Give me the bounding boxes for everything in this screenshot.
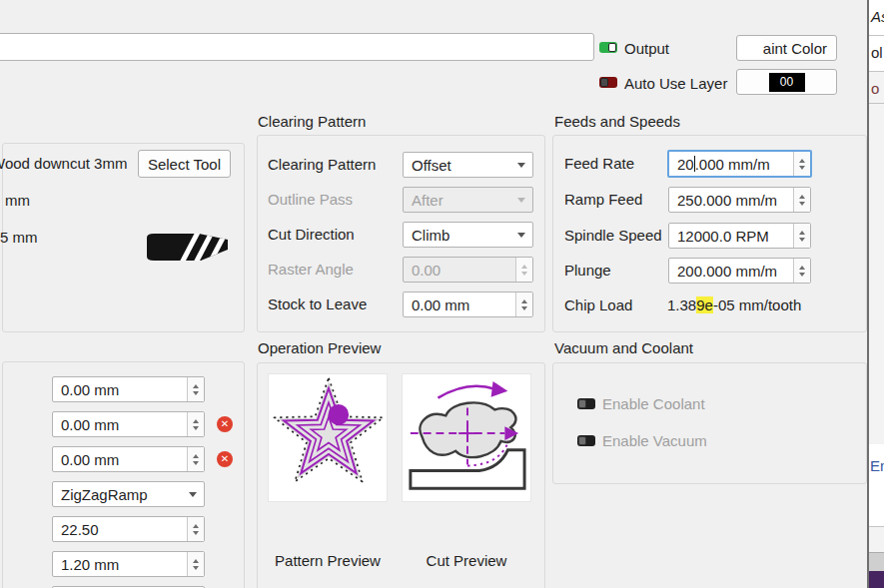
spinner-down-icon — [799, 202, 805, 206]
layer-swatch: 00 — [769, 73, 805, 92]
spindle-speed-spinner[interactable]: 12000.0 RPM — [668, 223, 811, 249]
output-toggle[interactable] — [599, 42, 617, 53]
spinner-value: 0.00 mm — [404, 293, 515, 316]
dropdown-value: ZigZagRamp — [53, 482, 182, 506]
plunge-spinner[interactable]: 200.000 mm/m — [668, 258, 811, 284]
spinner-down-icon — [193, 391, 199, 395]
chevron-down-icon — [510, 223, 532, 247]
tool-detail-length: 5 mm — [0, 229, 38, 246]
enable-vacuum-toggle[interactable] — [577, 435, 595, 446]
star-pattern-icon — [269, 374, 387, 501]
enable-coolant-toggle[interactable] — [577, 398, 595, 409]
cut-preview-icon — [403, 374, 530, 501]
cut-direction-dropdown[interactable]: Climb — [403, 222, 533, 248]
cut-preview-label: Cut Preview — [402, 552, 531, 569]
vacuum-groupbox — [552, 362, 867, 484]
spinner-down-icon — [193, 531, 199, 535]
output-label: Output — [624, 40, 669, 57]
cut-direction-label: Cut Direction — [268, 226, 355, 243]
spinner-up-icon — [799, 266, 805, 270]
right-panel-bar — [869, 552, 884, 571]
feed-rate-spinner[interactable]: 20.000 mm/m — [667, 150, 812, 178]
clearing-pattern-header: Clearing Pattern — [258, 113, 366, 130]
vacuum-coolant-header: Vacuum and Coolant — [554, 339, 693, 356]
ramp-depth-spinner[interactable]: 1.20 mm — [52, 551, 205, 577]
spinner-value: 0.00 mm — [53, 412, 187, 436]
spinner-buttons[interactable] — [187, 517, 204, 541]
spinner-down-icon — [799, 273, 805, 277]
divider-line — [869, 103, 884, 104]
cut-preview-image — [402, 373, 531, 502]
operation-preview-header: Operation Preview — [258, 339, 381, 356]
paint-color-button[interactable]: Paint Color — [736, 35, 837, 61]
spinner-buttons[interactable] — [187, 377, 204, 401]
feed-rate-label: Feed Rate — [564, 155, 634, 172]
auto-use-layer-toggle[interactable] — [599, 77, 617, 88]
spinner-buttons[interactable] — [793, 259, 810, 283]
depth-field-3[interactable]: 0.00 mm — [52, 446, 205, 472]
chip-load-label: Chip Load — [564, 296, 632, 313]
tool-name: Wood downcut 3mm — [0, 155, 127, 172]
chevron-down-icon — [510, 153, 532, 177]
spinner-value: 200.000 mm/m — [669, 259, 793, 283]
clearing-pattern-dropdown[interactable]: Offset — [403, 152, 533, 178]
spinner-up-icon — [521, 299, 527, 303]
select-tool-button[interactable]: Select Tool — [138, 150, 231, 178]
depth-field-1[interactable]: 0.00 mm — [52, 376, 205, 402]
enable-coolant-label: Enable Coolant — [602, 395, 705, 412]
spinner-up-icon — [193, 419, 199, 423]
spinner-down-icon — [799, 166, 805, 170]
pattern-preview-label: Pattern Preview — [268, 552, 388, 569]
select-tool-label: Select Tool — [148, 156, 221, 173]
ramp-angle-spinner[interactable]: 22.50 — [52, 516, 205, 542]
outline-pass-dropdown: After — [403, 187, 533, 213]
spinner-value: 0.00 — [404, 258, 515, 282]
raster-angle-spinner: 0.00 — [403, 257, 533, 283]
spinner-up-icon — [193, 384, 199, 388]
spinner-buttons[interactable] — [793, 224, 810, 248]
auto-use-layer-label: Auto Use Layer — [624, 75, 727, 92]
right-edge-text-fragment: ol — [871, 44, 883, 61]
outline-pass-label: Outline Pass — [268, 191, 353, 208]
spindle-speed-label: Spindle Speed — [564, 227, 662, 244]
spinner-value: 0.00 mm — [53, 447, 187, 471]
operation-name-input[interactable] — [0, 33, 594, 61]
spinner-up-icon — [799, 231, 805, 235]
spinner-up-icon — [521, 265, 527, 269]
ramp-feed-spinner[interactable]: 250.000 mm/m — [668, 187, 811, 213]
divider-line — [869, 71, 884, 72]
spinner-buttons[interactable] — [187, 412, 204, 436]
spinner-down-icon — [521, 306, 527, 310]
spinner-buttons[interactable] — [187, 447, 204, 471]
spinner-buttons[interactable] — [793, 188, 810, 212]
spinner-value: 250.000 mm/m — [669, 188, 793, 212]
clearing-pattern-row-label: Clearing Pattern — [268, 156, 376, 173]
cam-operation-panel: Output Paint Color Auto Use Layer 00 Woo… — [0, 0, 884, 588]
spinner-buttons[interactable] — [793, 152, 810, 176]
dropdown-value: Offset — [404, 153, 510, 177]
spinner-down-icon — [193, 426, 199, 430]
right-panel-accent — [869, 571, 884, 588]
spinner-up-icon — [799, 159, 805, 163]
spinner-down-icon — [521, 272, 527, 276]
layer-select-button[interactable]: 00 — [736, 69, 837, 95]
end-mill-icon — [143, 231, 229, 264]
toggle-knob-icon — [600, 78, 608, 87]
spinner-value: 1.20 mm — [53, 552, 187, 576]
depth-field-2[interactable]: 0.00 mm — [52, 411, 205, 437]
ramp-type-dropdown[interactable]: ZigZagRamp — [52, 481, 205, 507]
spinner-buttons[interactable] — [187, 552, 204, 576]
right-edge-text-fragment: En — [870, 457, 884, 474]
stock-to-leave-spinner[interactable]: 0.00 mm — [403, 292, 533, 317]
paint-color-label: Paint Color — [753, 40, 827, 57]
spinner-buttons[interactable] — [515, 293, 532, 316]
spinner-up-icon — [799, 195, 805, 199]
toggle-knob-icon — [608, 43, 616, 52]
plunge-label: Plunge — [564, 262, 611, 279]
right-edge-text-fragment: o — [871, 80, 879, 97]
spinner-buttons — [515, 258, 532, 282]
ramp-feed-label: Ramp Feed — [564, 191, 642, 208]
right-edge-text-fragment: As — [871, 8, 884, 25]
dropdown-value: Climb — [404, 223, 510, 247]
toggle-knob-icon — [578, 399, 586, 408]
